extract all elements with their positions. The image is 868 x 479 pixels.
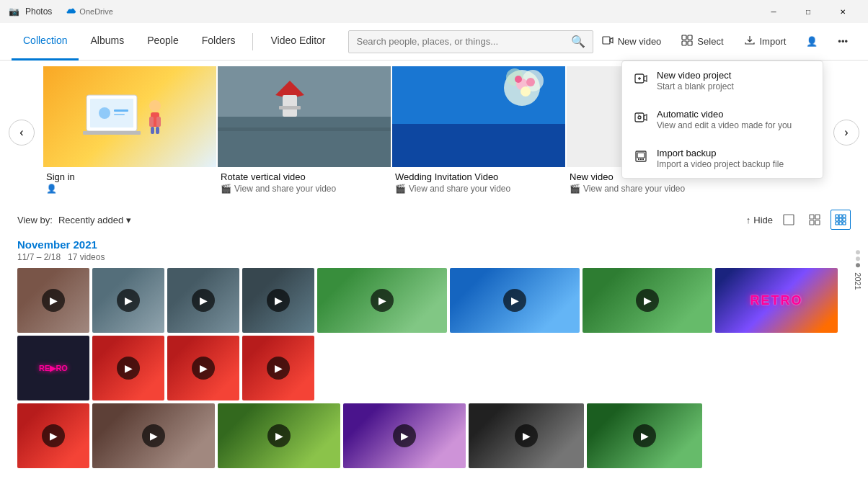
- thumb-r2-4[interactable]: ▶: [343, 403, 466, 468]
- search-box[interactable]: 🔍: [348, 30, 593, 53]
- automatic-text: Automatic video View and edit a video ma…: [657, 109, 792, 130]
- view-controls: ↑ Hide: [746, 210, 851, 230]
- thumb-12[interactable]: ▶: [242, 336, 314, 400]
- strip-next-button[interactable]: ›: [833, 120, 859, 146]
- thumb-r2-3[interactable]: ▶: [218, 403, 340, 468]
- svg-rect-49: [836, 222, 838, 225]
- wedding-subtitle: View and share your video: [409, 184, 510, 194]
- year-dot-active: [856, 263, 860, 267]
- hide-button[interactable]: ↑ Hide: [746, 215, 773, 225]
- rotate-subtitle: View and share your video: [234, 184, 336, 194]
- tab-folders[interactable]: Folders: [190, 23, 247, 61]
- account-button[interactable]: 👤: [797, 32, 826, 51]
- collection-section: View by: Recently added ▾ ↑ Hide: [0, 204, 868, 479]
- arrow-up-icon: ↑: [746, 215, 751, 225]
- signin-card-info: Sign in 👤: [43, 167, 216, 198]
- rotate-thumbnail: [218, 66, 391, 167]
- svg-rect-4: [688, 41, 692, 45]
- video-card-rotate[interactable]: Rotate vertical video 🎬 View and share y…: [218, 66, 391, 198]
- select-button[interactable]: Select: [673, 30, 732, 53]
- tab-collection[interactable]: Collection: [12, 23, 79, 61]
- onedrive-indicator: OneDrive: [66, 6, 112, 17]
- svg-rect-16: [156, 127, 159, 134]
- svg-rect-9: [114, 109, 128, 112]
- more-button[interactable]: •••: [829, 32, 856, 51]
- view-small-button[interactable]: [831, 210, 851, 230]
- tab-video-editor[interactable]: Video Editor: [259, 23, 337, 61]
- svg-point-29: [515, 76, 522, 83]
- signin-title: Sign in: [46, 171, 213, 182]
- play-icon-5: ▶: [371, 289, 394, 312]
- thumb-10[interactable]: ▶: [92, 336, 164, 400]
- thumb-7[interactable]: ▶: [583, 268, 712, 333]
- new-project-icon: [634, 71, 648, 86]
- play-icon-12: ▶: [267, 357, 290, 380]
- signin-user-icon: 👤: [46, 184, 57, 194]
- year-dot-2: [856, 256, 860, 261]
- thumb-r2-5[interactable]: ▶: [469, 403, 584, 468]
- thumb-r2-2[interactable]: ▶: [92, 403, 215, 468]
- view-large-button[interactable]: [779, 210, 799, 230]
- new-video-button[interactable]: New video: [593, 30, 670, 53]
- close-button[interactable]: ✕: [826, 0, 859, 23]
- svg-rect-56: [637, 153, 645, 158]
- thumb-9[interactable]: RE▶RO ▶: [17, 336, 89, 400]
- select-label: Select: [697, 36, 723, 47]
- svg-point-30: [521, 86, 531, 97]
- svg-rect-45: [843, 215, 846, 218]
- app-title: Photos: [25, 6, 52, 17]
- nav-separator: [252, 33, 253, 50]
- import-backup-text: Import backup Import a video project bac…: [657, 148, 784, 169]
- thumb-r2-6[interactable]: ▶: [587, 403, 702, 468]
- thumb-4[interactable]: ▶: [242, 268, 314, 333]
- wedding-thumbnail: [392, 66, 565, 167]
- thumb-2[interactable]: ▶: [92, 268, 164, 333]
- import-backup-icon: [634, 149, 648, 164]
- svg-rect-14: [156, 117, 161, 127]
- svg-rect-2: [688, 35, 692, 40]
- new-video-label: New video: [618, 36, 662, 47]
- svg-rect-13: [149, 117, 154, 127]
- svg-rect-47: [839, 218, 842, 221]
- tab-albums[interactable]: Albums: [79, 23, 136, 61]
- menu-item-new-project[interactable]: New video project Start a blank project: [622, 61, 823, 100]
- video-card-signin[interactable]: Sign in 👤: [43, 66, 216, 198]
- thumb-r2-1[interactable]: ▶: [17, 403, 89, 468]
- maximize-button[interactable]: □: [792, 0, 825, 23]
- import-button[interactable]: Import: [735, 30, 795, 53]
- large-grid-icon: [783, 214, 794, 225]
- thumb-6[interactable]: ▶: [450, 268, 580, 333]
- svg-rect-39: [810, 215, 814, 219]
- automatic-desc: View and edit a video made for you: [657, 120, 792, 130]
- strip-prev-button[interactable]: ‹: [9, 120, 35, 146]
- svg-rect-44: [839, 215, 842, 218]
- video-card-wedding[interactable]: Wedding Invitation Video 🎬 View and shar…: [392, 66, 565, 198]
- view-by-dropdown[interactable]: Recently added ▾: [58, 215, 131, 225]
- search-input[interactable]: [356, 36, 564, 47]
- thumb-1[interactable]: ▶: [17, 268, 89, 333]
- svg-rect-38: [784, 215, 794, 225]
- svg-rect-15: [151, 127, 154, 134]
- svg-point-11: [149, 100, 161, 112]
- hide-label: Hide: [753, 215, 773, 225]
- more-icon: •••: [838, 36, 848, 47]
- wedding-video-icon: 🎬: [395, 184, 406, 194]
- svg-rect-59: [642, 158, 644, 160]
- svg-rect-43: [836, 215, 838, 218]
- svg-rect-57: [638, 158, 639, 160]
- thumb-5[interactable]: ▶: [317, 268, 447, 333]
- svg-rect-41: [810, 220, 814, 225]
- view-medium-button[interactable]: [805, 210, 825, 230]
- play-icon-6: ▶: [503, 289, 526, 312]
- svg-rect-6: [83, 131, 141, 135]
- thumb-8[interactable]: RETRO ▶: [715, 268, 838, 333]
- menu-item-automatic[interactable]: Automatic video View and edit a video ma…: [622, 100, 823, 139]
- month-label: November 2021: [17, 238, 851, 251]
- title-bar-controls: ─ □ ✕: [757, 0, 859, 23]
- thumb-3[interactable]: ▶: [167, 268, 239, 333]
- thumb-11[interactable]: ▶: [167, 336, 239, 400]
- minimize-button[interactable]: ─: [757, 0, 790, 23]
- menu-item-import-backup[interactable]: Import backup Import a video project bac…: [622, 139, 823, 178]
- tab-people[interactable]: People: [136, 23, 190, 61]
- svg-rect-19: [218, 127, 391, 131]
